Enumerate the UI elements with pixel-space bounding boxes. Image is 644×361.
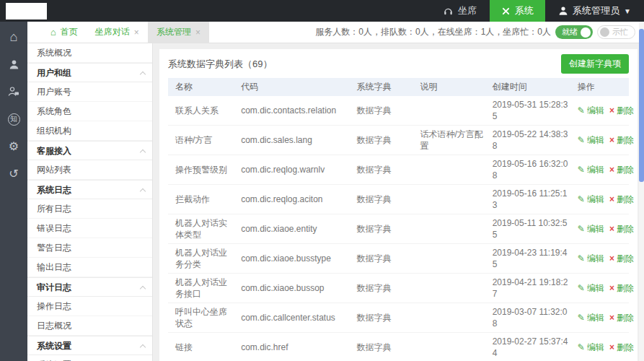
edit-label: 编辑 (587, 105, 604, 116)
user-group-icon[interactable] (0, 78, 27, 105)
delete-link[interactable]: ×删除 (609, 135, 634, 145)
menu-section-系统日志[interactable]: 系统日志 (27, 180, 152, 199)
col-header-name[interactable]: 名称 (168, 78, 238, 96)
menu-section-审计日志[interactable]: 审计日志 (27, 277, 152, 297)
close-icon[interactable]: × (195, 27, 200, 38)
section-chevron-icon (140, 188, 146, 193)
close-icon[interactable]: × (134, 27, 139, 38)
dict-name-link[interactable]: 机器人对话业务接口 (168, 274, 238, 303)
menu-item-日志概况[interactable]: 日志概况 (27, 316, 152, 336)
delete-link[interactable]: ×删除 (609, 253, 634, 264)
dict-type-cell: 数据字典 (353, 126, 417, 155)
menu-item-系统角色[interactable]: 系统角色 (27, 102, 152, 121)
delete-link[interactable]: ×删除 (609, 105, 634, 116)
history-icon[interactable]: ↺ (0, 160, 27, 188)
dict-name-link[interactable]: 机器人对话实体类型 (168, 214, 238, 244)
edit-label: 编辑 (587, 342, 604, 352)
edit-link[interactable]: ✎编辑 (578, 224, 604, 234)
agent-nav-button[interactable]: 坐席 (430, 0, 490, 22)
delete-x-icon: × (609, 313, 614, 323)
edit-label: 编辑 (587, 283, 604, 293)
edit-link[interactable]: ✎编辑 (578, 105, 604, 116)
delete-x-icon: × (609, 224, 614, 234)
col-header-desc[interactable]: 说明 (418, 78, 490, 96)
table-row: 联系人关系com.dic.contacts.relation数据字典2019-0… (168, 96, 629, 126)
tab-home[interactable]: ⌂首页 (42, 22, 87, 43)
admin-menu-button[interactable]: 系统管理员 ▼ (545, 0, 644, 22)
menu-item-系统设置[interactable]: 系统设置 (27, 355, 152, 361)
create-dict-button[interactable]: 创建新字典项 (561, 54, 629, 74)
menu-item-组织机构[interactable]: 组织机构 (27, 121, 152, 141)
scrollbar-thumb[interactable] (639, 29, 644, 182)
sidebar-menu: 系统概况用户和组用户账号系统角色组织机构客服接入网站列表系统日志所有日志错误日志… (27, 43, 153, 361)
edit-link[interactable]: ✎编辑 (578, 194, 604, 204)
menu-item-系统概况[interactable]: 系统概况 (27, 43, 152, 63)
menu-section-系统设置[interactable]: 系统设置 (27, 336, 152, 355)
dict-name-link[interactable]: 操作预警级别 (168, 155, 238, 185)
ready-toggle-label: 就绪 (562, 27, 578, 38)
edit-link[interactable]: ✎编辑 (578, 165, 604, 175)
dict-name-link[interactable]: 链接 (168, 333, 238, 361)
edit-link[interactable]: ✎编辑 (578, 283, 604, 293)
knowledge-icon[interactable]: 知 (0, 105, 27, 133)
tab-agent-chat[interactable]: 坐席对话× (87, 22, 148, 43)
delete-label: 删除 (617, 194, 634, 204)
pencil-icon: ✎ (578, 135, 585, 145)
menu-item-输出日志[interactable]: 输出日志 (27, 258, 152, 277)
col-header-created[interactable]: 创建时间 (490, 78, 575, 96)
table-row: 链接com.dic.href数据字典2019-02-27 15:37:44✎编辑… (168, 333, 629, 361)
dict-desc-cell (418, 155, 490, 185)
menu-item-网站列表[interactable]: 网站列表 (27, 160, 152, 180)
dict-type-cell: 数据字典 (353, 155, 417, 185)
system-nav-button[interactable]: 系统 (490, 0, 545, 22)
menu-section-客服接入[interactable]: 客服接入 (27, 141, 152, 160)
chevron-down-icon: ▼ (624, 7, 631, 15)
agent-nav-label: 坐席 (458, 4, 477, 17)
delete-link[interactable]: ×删除 (609, 342, 634, 352)
dict-name-link[interactable]: 机器人对话业务分类 (168, 244, 238, 274)
edit-link[interactable]: ✎编辑 (578, 253, 604, 264)
home-icon: ⌂ (50, 27, 56, 38)
dict-name-link[interactable]: 语种/方言 (168, 126, 238, 155)
delete-link[interactable]: ×删除 (609, 283, 634, 293)
delete-link[interactable]: ×删除 (609, 224, 634, 234)
edit-label: 编辑 (587, 135, 604, 145)
settings-icon[interactable]: ⚙ (0, 133, 27, 160)
table-row: 机器人对话业务接口com.dic.xiaoe.bussop数据字典2019-04… (168, 274, 629, 303)
menu-item-错误日志[interactable]: 错误日志 (27, 219, 152, 238)
menu-label: 系统设置 (37, 336, 71, 355)
col-header-dict[interactable]: 系统字典 (353, 78, 417, 96)
dict-code-cell: com.dic.callcenter.status (238, 303, 353, 333)
dict-code-cell: com.dic.xiaoe.entity (238, 214, 353, 244)
busy-toggle[interactable]: 示忙 (597, 25, 635, 39)
col-header-code[interactable]: 代码 (238, 78, 353, 96)
topbar: 坐席 系统 系统管理员 ▼ (0, 0, 644, 22)
statusbar: 服务人数：0人，排队数：0人，在线坐席：1人，坐席忙：0人 就绪 示忙 (315, 22, 644, 43)
dict-type-cell: 数据字典 (353, 303, 417, 333)
main-panel: 系统数据字典列表（69） 创建新字典项 名称 代码 系统字典 说明 (159, 49, 638, 361)
menu-item-用户账号[interactable]: 用户账号 (27, 82, 152, 102)
menu-item-警告日志[interactable]: 警告日志 (27, 238, 152, 258)
menu-label: 所有日志 (37, 199, 71, 218)
delete-link[interactable]: ×删除 (609, 194, 634, 204)
edit-link[interactable]: ✎编辑 (578, 342, 604, 352)
edit-link[interactable]: ✎编辑 (578, 135, 604, 145)
tab-system-admin[interactable]: 系统管理× (148, 22, 209, 43)
delete-link[interactable]: ×删除 (609, 313, 634, 323)
dict-name-link[interactable]: 联系人关系 (168, 96, 238, 126)
ready-toggle[interactable]: 就绪 (555, 25, 593, 39)
tab-label: 首页 (61, 26, 78, 38)
delete-x-icon: × (609, 165, 614, 175)
home-icon[interactable]: ⌂ (0, 23, 27, 51)
menu-item-所有日志[interactable]: 所有日志 (27, 199, 152, 219)
edit-link[interactable]: ✎编辑 (578, 313, 604, 323)
delete-link[interactable]: ×删除 (609, 165, 634, 175)
dict-name-link[interactable]: 呼叫中心坐席状态 (168, 303, 238, 333)
menu-item-操作日志[interactable]: 操作日志 (27, 297, 152, 316)
vertical-scrollbar[interactable] (639, 22, 644, 361)
dict-name-link[interactable]: 拦截动作 (168, 185, 238, 214)
icon-rail: ⌂知⚙↺ (0, 22, 27, 361)
table-row: 语种/方言com.dic.sales.lang数据字典话术语种/方言配置2019… (168, 126, 629, 155)
user-icon[interactable] (0, 51, 27, 78)
menu-section-用户和组[interactable]: 用户和组 (27, 63, 152, 82)
